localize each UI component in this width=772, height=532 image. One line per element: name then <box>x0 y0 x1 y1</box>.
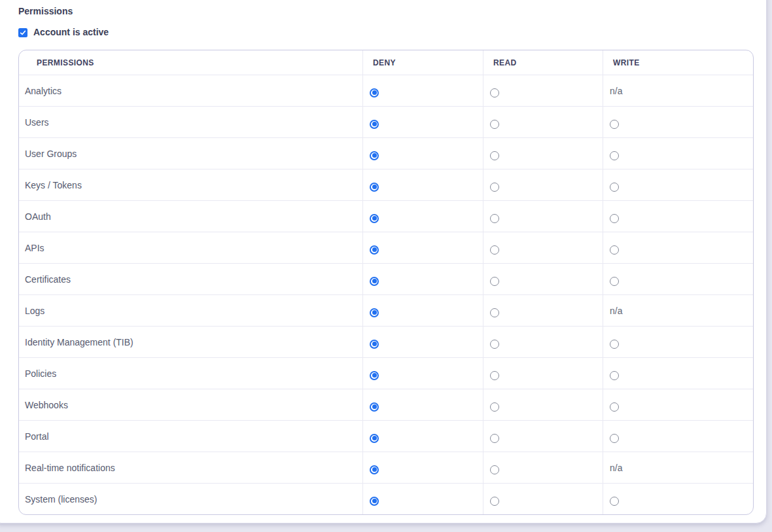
deny-radio-users[interactable] <box>370 120 379 129</box>
column-header-permissions: PERMISSIONS <box>19 50 362 75</box>
read-cell <box>483 484 603 514</box>
deny-cell <box>362 484 483 514</box>
account-active-checkbox[interactable] <box>18 28 27 37</box>
na-label: n/a <box>610 463 622 473</box>
write-radio-keys-tokens[interactable] <box>610 183 619 192</box>
read-radio-user-groups[interactable] <box>490 151 499 160</box>
deny-radio-real-time-notifications[interactable] <box>370 465 379 474</box>
column-header-read: READ <box>483 50 603 75</box>
read-cell <box>483 327 603 357</box>
deny-cell <box>362 232 483 263</box>
write-cell: n/a <box>603 452 753 483</box>
table-row-apis: APIs <box>19 232 753 263</box>
column-header-write: WRITE <box>603 50 753 75</box>
permission-label: Webhooks <box>19 389 362 420</box>
deny-radio-webhooks[interactable] <box>370 402 379 412</box>
table-row-certificates: Certificates <box>19 263 753 294</box>
write-cell <box>603 389 753 420</box>
deny-cell <box>362 295 483 326</box>
deny-radio-oauth[interactable] <box>370 214 379 223</box>
read-radio-system-licenses[interactable] <box>490 497 499 506</box>
checkmark-icon <box>20 29 26 36</box>
deny-radio-user-groups[interactable] <box>370 151 379 160</box>
deny-radio-certificates[interactable] <box>370 277 379 286</box>
write-cell <box>603 484 753 514</box>
write-radio-portal[interactable] <box>610 434 619 443</box>
table-row-real-time-notifications: Real-time notificationsn/a <box>19 452 753 483</box>
write-radio-apis[interactable] <box>610 245 619 255</box>
deny-cell <box>362 327 483 357</box>
write-cell <box>603 327 753 357</box>
deny-radio-system-licenses[interactable] <box>370 497 379 506</box>
read-radio-logs[interactable] <box>490 308 499 317</box>
write-cell <box>603 358 753 389</box>
permission-label: System (licenses) <box>19 484 362 514</box>
deny-radio-logs[interactable] <box>370 308 379 317</box>
write-radio-users[interactable] <box>610 120 619 129</box>
write-radio-policies[interactable] <box>610 371 619 380</box>
read-cell <box>483 201 603 232</box>
read-cell <box>483 264 603 294</box>
read-radio-webhooks[interactable] <box>490 402 499 412</box>
read-cell <box>483 452 603 483</box>
deny-radio-keys-tokens[interactable] <box>370 183 379 192</box>
read-cell <box>483 421 603 452</box>
read-cell <box>483 75 603 106</box>
read-cell <box>483 138 603 169</box>
deny-cell <box>362 421 483 452</box>
read-cell <box>483 232 603 263</box>
write-cell <box>603 421 753 452</box>
permission-label: Identity Management (TIB) <box>19 327 362 357</box>
read-radio-identity-management-tib[interactable] <box>490 340 499 349</box>
deny-radio-policies[interactable] <box>370 371 379 380</box>
permissions-table: PERMISSIONS DENY READ WRITE Analyticsn/a… <box>18 50 754 515</box>
table-row-user-groups: User Groups <box>19 137 753 169</box>
na-label: n/a <box>610 306 622 316</box>
write-radio-oauth[interactable] <box>610 214 619 223</box>
deny-cell <box>362 169 483 200</box>
write-radio-certificates[interactable] <box>610 277 619 286</box>
write-cell <box>603 169 753 200</box>
deny-cell <box>362 75 483 106</box>
write-cell: n/a <box>603 75 753 106</box>
table-row-analytics: Analyticsn/a <box>19 75 753 106</box>
table-row-oauth: OAuth <box>19 200 753 232</box>
write-cell <box>603 107 753 137</box>
read-radio-real-time-notifications[interactable] <box>490 465 499 474</box>
deny-cell <box>362 452 483 483</box>
column-header-deny: DENY <box>362 50 483 75</box>
read-radio-analytics[interactable] <box>490 88 499 98</box>
read-radio-portal[interactable] <box>490 434 499 443</box>
table-row-webhooks: Webhooks <box>19 389 753 420</box>
write-radio-system-licenses[interactable] <box>610 497 619 506</box>
deny-radio-identity-management-tib[interactable] <box>370 340 379 349</box>
write-cell <box>603 264 753 294</box>
account-active-label: Account is active <box>33 27 109 38</box>
table-row-logs: Logsn/a <box>19 294 753 326</box>
account-active-row[interactable]: Account is active <box>18 27 109 38</box>
read-radio-certificates[interactable] <box>490 277 499 286</box>
permission-label: Real-time notifications <box>19 452 362 483</box>
read-radio-keys-tokens[interactable] <box>490 183 499 192</box>
write-radio-identity-management-tib[interactable] <box>610 340 619 349</box>
write-radio-webhooks[interactable] <box>610 402 619 412</box>
deny-radio-portal[interactable] <box>370 434 379 443</box>
permissions-section: Permissions Account is active PERMISSION… <box>0 0 772 532</box>
read-radio-users[interactable] <box>490 120 499 129</box>
permission-label: OAuth <box>19 201 362 232</box>
read-cell <box>483 107 603 137</box>
read-cell <box>483 389 603 420</box>
write-cell: n/a <box>603 295 753 326</box>
write-cell <box>603 138 753 169</box>
permission-label: Logs <box>19 295 362 326</box>
read-radio-policies[interactable] <box>490 371 499 380</box>
na-label: n/a <box>610 86 622 96</box>
permission-label: User Groups <box>19 138 362 169</box>
permission-label: Policies <box>19 358 362 389</box>
read-radio-apis[interactable] <box>490 245 499 255</box>
read-cell <box>483 169 603 200</box>
read-radio-oauth[interactable] <box>490 214 499 223</box>
deny-radio-apis[interactable] <box>370 245 379 255</box>
deny-radio-analytics[interactable] <box>370 88 379 98</box>
write-radio-user-groups[interactable] <box>610 151 619 160</box>
